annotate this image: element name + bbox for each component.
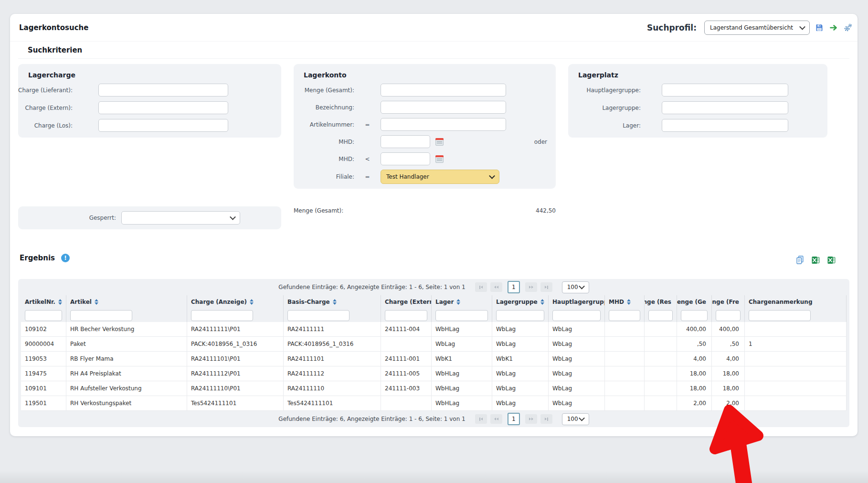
table-row[interactable]: 90000004PaketPACK:4018956_1_0316PACK:401… bbox=[21, 337, 847, 352]
column-filter-input-lagergruppe[interactable] bbox=[496, 310, 544, 321]
load-profile-button[interactable] bbox=[829, 23, 838, 32]
pager-first-button[interactable] bbox=[475, 282, 487, 292]
sort-icon[interactable] bbox=[456, 299, 460, 305]
column-header-charge-anzeige[interactable]: Charge (Anzeige) bbox=[187, 295, 284, 309]
cell-menge-res bbox=[645, 366, 677, 381]
pager-last-button[interactable] bbox=[540, 414, 552, 424]
column-filter-input-menge-res[interactable] bbox=[648, 310, 673, 321]
pager-prev-button[interactable] bbox=[490, 414, 502, 424]
column-filter-input-hauptlagergruppe[interactable] bbox=[552, 310, 601, 321]
page-size-select[interactable]: 100 bbox=[562, 413, 589, 425]
save-profile-button[interactable] bbox=[815, 23, 824, 32]
column-header-lager[interactable]: Lager bbox=[432, 295, 492, 309]
column-header-artikelnr[interactable]: ArtikelNr. bbox=[21, 295, 66, 309]
table-row[interactable]: 119053RB Flyer MamaRA24111101\P01RA24111… bbox=[21, 352, 847, 366]
bezeichnung-input[interactable] bbox=[381, 101, 506, 114]
chevron-down-icon bbox=[579, 415, 585, 421]
filter-cell-lager bbox=[432, 309, 492, 322]
cell-artikel: RH A4 Preisplakat bbox=[66, 366, 187, 381]
page-bottom-fade bbox=[0, 471, 868, 483]
cell-charge-extern bbox=[381, 337, 432, 351]
menge-gesamt-summary-value: 442,50 bbox=[536, 207, 556, 214]
cell-menge-res bbox=[645, 337, 677, 351]
artikelnummer-input[interactable] bbox=[381, 118, 506, 131]
sort-icon[interactable] bbox=[95, 299, 98, 305]
cell-artikelnr: 109102 bbox=[21, 322, 66, 336]
current-page-indicator[interactable]: 1 bbox=[508, 281, 520, 293]
column-header-lagergruppe[interactable]: Lagergruppe bbox=[492, 295, 549, 309]
sort-icon[interactable] bbox=[540, 299, 544, 305]
sort-icon[interactable] bbox=[250, 299, 254, 305]
excel-icon bbox=[812, 256, 820, 264]
column-filter-input-charge-extern[interactable] bbox=[385, 310, 427, 321]
sort-icon[interactable] bbox=[627, 299, 631, 305]
pager-last-button[interactable] bbox=[540, 282, 552, 292]
column-header-basis-charge[interactable]: Basis-Charge bbox=[284, 295, 381, 309]
filter-cell-charge-anzeige bbox=[187, 309, 284, 322]
table-row[interactable]: 119475RH A4 PreisplakatRA24111112\P01RA2… bbox=[21, 366, 847, 381]
pager-first-button[interactable] bbox=[475, 414, 487, 424]
page-size-select[interactable]: 100 bbox=[562, 281, 589, 293]
column-filter-input-lager[interactable] bbox=[435, 310, 488, 321]
menge-gesamt-input[interactable] bbox=[381, 84, 506, 97]
cell-chargenanmerkung bbox=[745, 381, 847, 396]
column-filter-input-artikelnr[interactable] bbox=[25, 310, 62, 321]
column-header-label: ArtikelNr. bbox=[25, 299, 55, 305]
cell-charge-anzeige: RA24111112\P01 bbox=[187, 366, 284, 381]
column-header-mhd[interactable]: MHD bbox=[605, 295, 645, 309]
filiale-select[interactable]: Test Handlager bbox=[381, 170, 499, 184]
suchprofil-select[interactable]: Lagerstand Gesamtübersicht bbox=[704, 21, 810, 35]
hauptlagergruppe-input[interactable] bbox=[662, 84, 788, 97]
pager-next-button[interactable] bbox=[525, 414, 537, 424]
column-filter-input-menge-ge[interactable] bbox=[681, 310, 708, 321]
calendar-icon[interactable] bbox=[435, 138, 444, 146]
column-header-label: Hauptlagergruppe bbox=[552, 299, 605, 305]
charge-extern-input[interactable] bbox=[98, 101, 228, 114]
cell-lagergruppe: WbLag bbox=[492, 322, 549, 336]
excel-export-button[interactable] bbox=[811, 255, 820, 265]
mhd-input[interactable] bbox=[381, 135, 430, 148]
calendar-icon[interactable] bbox=[435, 155, 444, 163]
column-header-charge-extern[interactable]: Charge (Extern) bbox=[381, 295, 432, 309]
profile-settings-button[interactable] bbox=[843, 23, 853, 32]
sort-icon[interactable] bbox=[333, 299, 337, 305]
floppy-disk-icon bbox=[815, 24, 823, 32]
current-page-indicator[interactable]: 1 bbox=[508, 413, 520, 425]
column-filter-input-basis-charge[interactable] bbox=[287, 310, 349, 321]
charge-los-input[interactable] bbox=[98, 119, 228, 132]
filter-cell-menge-res bbox=[645, 309, 677, 322]
sort-icon[interactable] bbox=[58, 299, 62, 305]
lagercharge-panel: Lagercharge Charge (Lieferant): Charge (… bbox=[18, 64, 281, 138]
table-row[interactable]: 119501RH VerkostungspaketTes5424111101Te… bbox=[21, 396, 847, 411]
table-row[interactable]: 109101RH Aufsteller VerkostungRA24111110… bbox=[21, 381, 847, 396]
filter-cell-hauptlagergruppe bbox=[549, 309, 605, 322]
column-filter-input-artikel[interactable] bbox=[70, 310, 132, 321]
info-icon[interactable]: ! bbox=[61, 254, 70, 262]
cell-basis-charge: Tes5424111101 bbox=[284, 396, 381, 410]
lager-input[interactable] bbox=[662, 119, 788, 132]
table-header-row: ArtikelNr.ArtikelCharge (Anzeige)Basis-C… bbox=[21, 295, 847, 309]
charge-lieferant-input[interactable] bbox=[98, 84, 228, 97]
cell-charge-extern: 241111-004 bbox=[381, 322, 432, 336]
mhd-kleiner-operator: < bbox=[354, 156, 381, 162]
column-filter-input-menge-fre[interactable] bbox=[716, 310, 741, 321]
pager-prev-button[interactable] bbox=[490, 282, 502, 292]
copy-results-button[interactable] bbox=[795, 255, 804, 265]
cell-charge-anzeige: Tes5424111101 bbox=[187, 396, 284, 410]
ergebnis-heading-row: Ergebnis ! bbox=[20, 254, 70, 262]
column-header-artikel[interactable]: Artikel bbox=[66, 295, 187, 309]
column-filter-input-chargenanmerkung[interactable] bbox=[749, 310, 811, 321]
filter-cell-menge-ge bbox=[677, 309, 712, 322]
lagergruppe-input[interactable] bbox=[662, 101, 788, 114]
mhd-kleiner-input[interactable] bbox=[381, 152, 430, 165]
column-filter-input-mhd[interactable] bbox=[609, 310, 640, 321]
column-filter-input-charge-anzeige[interactable] bbox=[191, 310, 253, 321]
table-row[interactable]: 109102HR Becher VerkostungRA24111111\P01… bbox=[21, 322, 847, 337]
pager-next-button[interactable] bbox=[525, 282, 537, 292]
cell-charge-extern: 241111-001 bbox=[381, 352, 432, 366]
column-header-label: Basis-Charge bbox=[287, 299, 330, 305]
gesperrt-select[interactable] bbox=[121, 211, 240, 225]
cell-menge-fre: 4,00 bbox=[712, 352, 745, 366]
cell-mhd bbox=[605, 352, 645, 366]
excel-export-all-button[interactable] bbox=[826, 255, 836, 265]
